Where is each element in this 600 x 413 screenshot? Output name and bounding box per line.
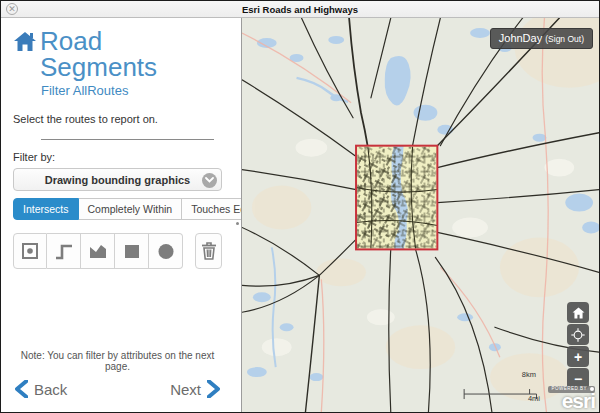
filter-by-label: Filter by: <box>13 151 222 163</box>
zoom-in-button[interactable]: + <box>567 346 589 367</box>
esri-attribution: POWERED BY esri <box>548 374 595 411</box>
window-title: Esri Roads and Highways <box>1 4 599 15</box>
title-bar: ✕ Esri Roads and Highways <box>1 1 599 18</box>
circle-icon <box>154 239 178 263</box>
tab-intersects[interactable]: Intersects <box>13 198 79 220</box>
point-icon <box>18 239 42 263</box>
polygon-icon <box>86 239 110 263</box>
home-icon <box>13 30 37 54</box>
locate-icon <box>571 328 585 342</box>
draw-circle-button[interactable] <box>149 233 183 269</box>
chevron-left-icon <box>15 380 28 398</box>
scalebar: 8km 4mi <box>464 374 544 400</box>
rectangle-icon <box>120 239 144 263</box>
description-text: Select the routes to report on. <box>13 113 222 125</box>
page-subtitle: Filter AllRoutes <box>41 83 222 98</box>
map-view[interactable]: JohnDay (Sign Out) <box>241 18 599 412</box>
spatial-relation-tabs: Intersects Completely Within Touches Edg… <box>13 198 222 220</box>
dropdown-value: Drawing bounding graphics <box>45 174 190 186</box>
clear-graphics-button[interactable] <box>195 233 222 269</box>
scalebar-km-label: 8km <box>522 370 536 379</box>
user-name: JohnDay <box>499 32 542 44</box>
chevron-down-icon <box>202 173 217 188</box>
draw-polygon-button[interactable] <box>81 233 115 269</box>
polyline-icon <box>52 239 76 263</box>
tab-completely-within[interactable]: Completely Within <box>79 198 183 220</box>
filter-method-dropdown[interactable]: Drawing bounding graphics <box>13 168 222 191</box>
draw-polyline-button[interactable] <box>47 233 81 269</box>
app-window: ✕ Esri Roads and Highways Road Segments … <box>0 0 600 413</box>
draw-point-button[interactable] <box>13 233 47 269</box>
next-button[interactable]: Next <box>170 380 220 398</box>
powered-by-label: POWERED BY <box>548 386 595 393</box>
wizard-nav: Back Next <box>13 378 222 406</box>
plus-icon: + <box>574 349 582 365</box>
bounding-graphic <box>356 146 437 250</box>
close-icon[interactable]: ✕ <box>6 3 18 15</box>
road-segments-panel: Road Segments Filter AllRoutes Select th… <box>1 18 234 412</box>
divider <box>41 139 214 140</box>
note-text: Note: You can filter by attributes on th… <box>13 350 222 372</box>
home-icon <box>572 307 585 319</box>
user-signout-button[interactable]: JohnDay (Sign Out) <box>490 28 593 49</box>
home-extent-button[interactable] <box>567 302 589 323</box>
draw-toolbar <box>13 233 222 269</box>
signout-label: (Sign Out) <box>545 34 584 44</box>
panel-header: Road Segments <box>13 28 222 80</box>
draw-rectangle-button[interactable] <box>115 233 149 269</box>
basemap <box>242 18 599 412</box>
next-label: Next <box>170 381 201 398</box>
locate-button[interactable] <box>567 324 589 345</box>
scalebar-mi-label: 4mi <box>528 394 540 403</box>
trash-icon <box>197 239 221 263</box>
back-button[interactable]: Back <box>15 380 67 398</box>
page-title: Road Segments <box>40 28 222 80</box>
back-label: Back <box>34 381 67 398</box>
chevron-right-icon <box>207 380 220 398</box>
